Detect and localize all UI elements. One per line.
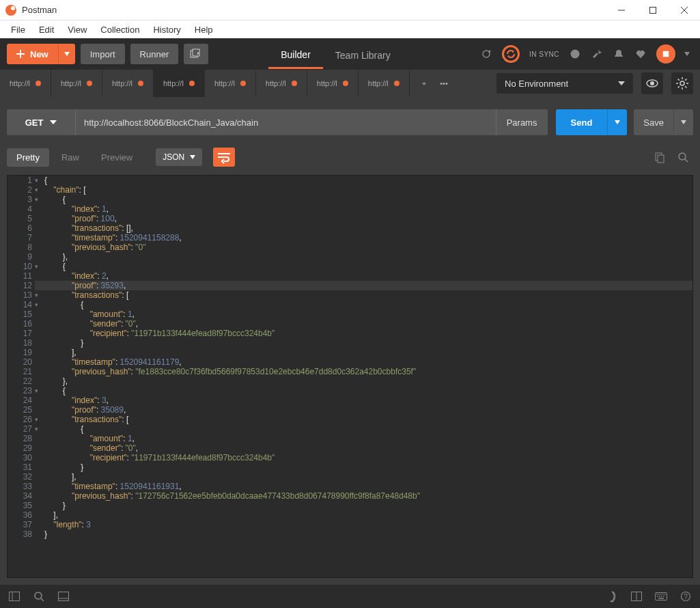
window-close[interactable] [669, 0, 700, 20]
import-button[interactable]: Import [81, 44, 125, 64]
code-content: "proof": 35089, [44, 405, 126, 415]
user-avatar[interactable] [656, 44, 675, 64]
new-button-label: New [30, 49, 48, 59]
help-icon[interactable]: ? [680, 591, 692, 602]
heart-icon[interactable] [634, 49, 647, 59]
fold-toggle[interactable]: ▾ [35, 195, 44, 204]
save-dropdown[interactable] [673, 109, 693, 135]
fold-toggle [35, 223, 44, 233]
line-number: 35 [8, 501, 35, 510]
builder-tab[interactable]: Builder [268, 40, 323, 69]
fold-toggle [35, 501, 44, 510]
search-response-icon[interactable] [677, 152, 689, 163]
fold-toggle [35, 491, 44, 501]
code-content: ], [44, 510, 58, 520]
menu-edit[interactable]: Edit [32, 23, 61, 37]
line-number: 5 [8, 214, 35, 223]
url-input[interactable]: http://localhost:8066/BlockChain_Java/ch… [75, 109, 496, 135]
menu-help[interactable]: Help [188, 23, 220, 37]
team-library-tab[interactable]: Team Library [323, 40, 403, 68]
svg-rect-41 [660, 594, 662, 595]
request-tab[interactable]: http://l [307, 70, 359, 97]
bootcamp-icon[interactable] [606, 591, 618, 602]
menu-collection[interactable]: Collection [94, 23, 146, 37]
response-body[interactable]: 1▾{2▾ "chain": [3▾ {4 "index": 1,5 "proo… [7, 175, 693, 578]
wrap-lines-button[interactable] [213, 148, 235, 167]
request-tab[interactable]: http://l [359, 70, 410, 97]
window-minimize[interactable] [606, 0, 637, 20]
sync-status-icon[interactable] [502, 45, 520, 63]
menu-view[interactable]: View [61, 23, 94, 37]
response-view-raw[interactable]: Raw [52, 148, 89, 167]
request-tab[interactable]: http://l [102, 70, 154, 97]
http-method-selector[interactable]: GET [7, 109, 75, 135]
code-line: 25 "proof": 35089, [8, 405, 692, 415]
runner-button[interactable]: Runner [130, 44, 179, 64]
line-number: 34 [8, 491, 35, 501]
code-line: 20 "timestamp": 1520941161179, [8, 357, 692, 367]
response-view-pretty[interactable]: Pretty [7, 148, 49, 167]
fold-toggle[interactable]: ▾ [35, 415, 44, 424]
code-content: { [44, 300, 83, 309]
line-number: 18 [8, 338, 35, 348]
response-view-pretty-label: Pretty [16, 152, 40, 163]
window-maximize[interactable] [637, 0, 669, 20]
code-content: "sender": "0", [44, 443, 138, 453]
environment-selector[interactable]: No Environment [496, 73, 633, 94]
fold-toggle [35, 482, 44, 491]
chevron-down-icon[interactable] [681, 52, 693, 56]
line-number: 32 [8, 472, 35, 482]
find-icon[interactable] [33, 591, 45, 602]
code-content: } [44, 529, 47, 539]
request-tab[interactable]: http://l [256, 70, 307, 97]
settings-gear[interactable] [671, 72, 693, 94]
menu-history[interactable]: History [146, 23, 187, 37]
new-button[interactable]: New [7, 44, 58, 64]
fold-toggle [35, 434, 44, 443]
environment-quicklook[interactable] [641, 72, 663, 94]
code-content: "transactions": [ [44, 290, 128, 300]
bell-icon[interactable] [613, 49, 625, 59]
request-tab[interactable]: http://l [205, 70, 256, 97]
code-content: "timestamp": 1520941161179, [44, 357, 182, 367]
fold-toggle[interactable]: ▾ [35, 424, 44, 434]
fold-toggle[interactable]: ▾ [35, 262, 44, 271]
fold-toggle [35, 520, 44, 529]
copy-response-icon[interactable] [654, 152, 666, 163]
keyboard-shortcuts-icon[interactable] [655, 592, 667, 600]
response-format-selector[interactable]: JSON [156, 148, 202, 166]
console-icon[interactable] [57, 592, 70, 601]
fold-toggle[interactable]: ▾ [35, 185, 44, 195]
response-view-preview[interactable]: Preview [92, 148, 142, 167]
capture-icon[interactable] [480, 49, 492, 59]
fold-toggle[interactable]: ▾ [35, 176, 44, 185]
send-dropdown[interactable] [607, 109, 627, 135]
fold-toggle [35, 376, 44, 386]
code-content: "recipient": "11971b133f444efead8f97bccc… [44, 453, 275, 462]
open-new-window-button[interactable] [184, 44, 208, 64]
environment-selected: No Environment [505, 79, 568, 89]
new-request-tab[interactable]: + [415, 79, 433, 87]
new-dropdown[interactable] [58, 44, 75, 64]
request-tab[interactable]: http://l [51, 70, 102, 97]
code-line: 16 "sender": "0", [8, 319, 692, 329]
request-tab[interactable]: http://l [0, 70, 51, 97]
send-button[interactable]: Send [556, 109, 608, 135]
request-tab[interactable]: http://l [154, 70, 205, 97]
params-button[interactable]: Params [496, 109, 548, 135]
fold-toggle [35, 529, 44, 539]
fold-toggle[interactable]: ▾ [35, 290, 44, 300]
line-number: 17 [8, 329, 35, 338]
response-view-tabs: Pretty Raw Preview JSON [7, 143, 693, 167]
wrench-icon[interactable] [591, 49, 603, 59]
globe-icon[interactable] [569, 49, 581, 59]
fold-toggle[interactable]: ▾ [35, 386, 44, 396]
fold-toggle [35, 252, 44, 262]
save-button[interactable]: Save [634, 109, 673, 135]
sidebar-toggle-icon[interactable] [8, 592, 20, 601]
fold-toggle [35, 405, 44, 415]
fold-toggle[interactable]: ▾ [35, 300, 44, 309]
tab-options[interactable]: ••• [436, 79, 452, 87]
menu-file[interactable]: File [4, 23, 32, 37]
two-pane-icon[interactable] [630, 592, 643, 601]
